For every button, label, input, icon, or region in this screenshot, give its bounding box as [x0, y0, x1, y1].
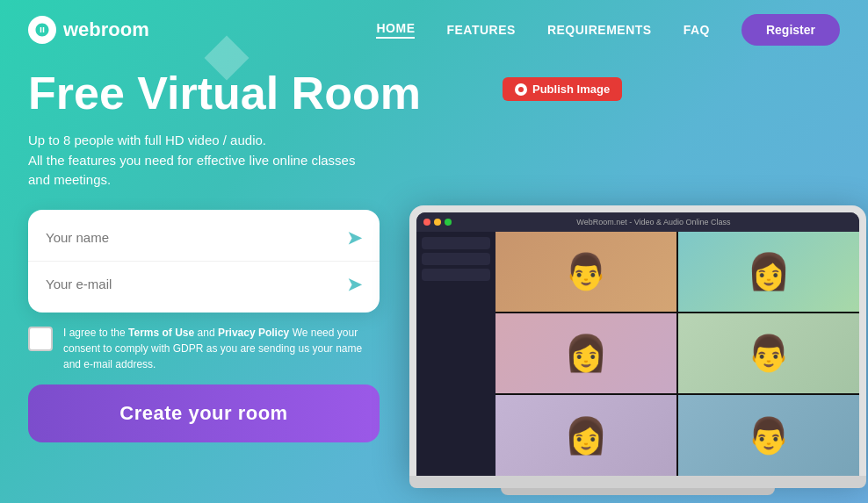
video-cell-3: 👩	[495, 313, 676, 393]
video-cell-5: 👩	[495, 395, 676, 475]
person-5: 👩	[495, 395, 676, 475]
email-form-row: ➤	[28, 262, 380, 307]
publish-dot-icon	[515, 83, 527, 96]
maximize-dot	[445, 219, 452, 226]
video-cell-2: 👩	[678, 232, 859, 312]
consent-checkbox[interactable]	[28, 327, 53, 351]
form-card: ➤ ➤	[28, 210, 380, 313]
create-room-button[interactable]: Create your room	[28, 384, 380, 442]
navigation: webroom HOME FEATURES REQUIREMENTS FAQ R…	[0, 0, 868, 60]
terms-link[interactable]: Terms of Use	[128, 327, 194, 339]
register-button[interactable]: Register	[741, 14, 840, 46]
consent-text: I agree to the Terms of Use and Privacy …	[63, 325, 380, 372]
logo-text: webroom	[63, 18, 149, 41]
screen-toolbar: WebRoom.net - Video & Audio Online Class	[416, 212, 859, 232]
person-2: 👩	[678, 232, 859, 312]
hero-title: Free Virtual Room	[28, 68, 432, 119]
right-column: Publish Image WebRoom.net - Video & Audi…	[432, 68, 840, 442]
privacy-link[interactable]: Privacy Policy	[218, 327, 289, 339]
screen-sidebar	[416, 232, 495, 476]
close-dot	[423, 219, 430, 226]
left-column: Free Virtual Room Up to 8 people with fu…	[28, 68, 432, 442]
video-cell-1: 👨	[495, 232, 676, 312]
consent-row: I agree to the Terms of Use and Privacy …	[28, 325, 380, 372]
screen-url-text: WebRoom.net - Video & Audio Online Class	[455, 218, 852, 226]
hero-sub-line2: All the features you need for effective …	[28, 153, 355, 188]
video-cell-4: 👨	[678, 313, 859, 393]
sidebar-item-1	[422, 237, 490, 249]
email-arrow-icon: ➤	[347, 274, 362, 295]
laptop-foot	[501, 488, 775, 495]
person-4: 👨	[678, 313, 859, 393]
laptop-mockup: WebRoom.net - Video & Audio Online Class	[409, 205, 866, 495]
nav-features[interactable]: FEATURES	[446, 23, 515, 37]
name-form-row: ➤	[28, 215, 380, 262]
person-1: 👨	[495, 232, 676, 312]
person-6: 👨	[678, 395, 859, 475]
logo: webroom	[28, 16, 149, 44]
nav-requirements[interactable]: REQUIREMENTS	[547, 23, 652, 37]
laptop-base	[409, 476, 866, 488]
video-grid-container: 👨 👩 👩 👨	[495, 232, 859, 476]
screen-content: 👨 👩 👩 👨	[416, 232, 859, 476]
nav-links: HOME FEATURES REQUIREMENTS FAQ Register	[376, 14, 840, 46]
video-grid: 👨 👩 👩 👨	[495, 232, 859, 476]
main-content: Free Virtual Room Up to 8 people with fu…	[0, 68, 868, 442]
minimize-dot	[434, 219, 441, 226]
name-input[interactable]	[46, 230, 347, 245]
sidebar-item-2	[422, 253, 490, 265]
hero-sub-line1: Up to 8 people with full HD video / audi…	[28, 133, 266, 147]
nav-home[interactable]: HOME	[376, 21, 415, 39]
name-arrow-icon: ➤	[347, 227, 362, 248]
video-cell-6: 👨	[678, 395, 859, 475]
email-input[interactable]	[46, 277, 347, 291]
sidebar-item-3	[422, 269, 490, 281]
laptop-screen-inner: WebRoom.net - Video & Audio Online Class	[416, 212, 859, 476]
logo-icon	[28, 16, 56, 44]
laptop-screen-outer: WebRoom.net - Video & Audio Online Class	[409, 205, 866, 476]
publish-badge-label: Publish Image	[532, 83, 610, 96]
publish-image-badge[interactable]: Publish Image	[503, 77, 622, 101]
person-3: 👩	[495, 313, 676, 393]
hero-subtitle: Up to 8 people with full HD video / audi…	[28, 131, 380, 190]
nav-faq[interactable]: FAQ	[684, 23, 710, 37]
